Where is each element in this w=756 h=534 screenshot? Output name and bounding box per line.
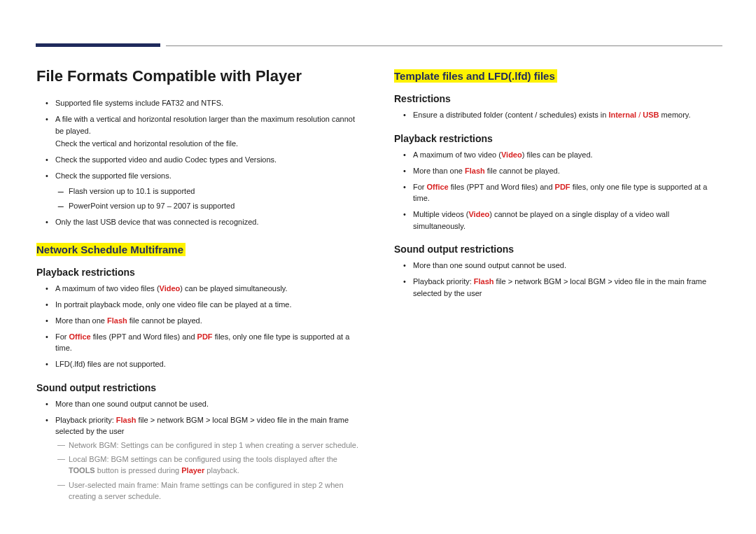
- header-accent-bar: [36, 43, 160, 47]
- right-restrictions-list: Ensure a distributed folder (content / s…: [394, 109, 722, 121]
- list-item: Ensure a distributed folder (content / s…: [403, 109, 722, 121]
- list-item: LFD(.lfd) files are not supported.: [46, 358, 365, 370]
- list-subitem: Flash version up to 10.1 is supported: [57, 185, 365, 197]
- list-item: More than one Flash file cannot be playe…: [403, 165, 722, 177]
- list-item: A maximum of two video files (Video) can…: [46, 283, 365, 295]
- list-item: More than one sound output cannot be use…: [403, 260, 722, 272]
- heading-restrictions: Restrictions: [394, 93, 722, 104]
- left-sound-list: More than one sound output cannot be use…: [36, 398, 365, 503]
- list-note: Local BGM: BGM settings can be configure…: [57, 454, 365, 477]
- heading-playback-left: Playback restrictions: [36, 267, 365, 278]
- heading-playback-right: Playback restrictions: [394, 133, 722, 144]
- list-item: For Office files (PPT and Word files) an…: [46, 331, 365, 354]
- column-left: File Formats Compatible with Player Supp…: [36, 67, 365, 514]
- heading-sound-right: Sound output restrictions: [394, 244, 722, 255]
- list-item: Playback priority: Flash file > network …: [46, 414, 365, 503]
- list-note: Network BGM: Settings can be configured …: [57, 440, 365, 451]
- intro-list: Supported file systems include FAT32 and…: [36, 97, 365, 228]
- list-item: A maximum of two video (Video) files can…: [403, 149, 722, 161]
- list-item: Multiple videos (Video) cannot be played…: [403, 209, 722, 232]
- list-item: A file with a vertical and horizontal re…: [46, 113, 365, 150]
- right-sound-list: More than one sound output cannot be use…: [394, 260, 722, 299]
- list-item: Only the last USB device that was connec…: [46, 216, 365, 228]
- header-divider: [166, 45, 722, 46]
- list-subitem: PowerPoint version up to 97 – 2007 is su…: [57, 200, 365, 212]
- column-right: Template files and LFD(.lfd) files Restr…: [394, 67, 722, 514]
- list-item: In portrait playback mode, only one vide…: [46, 299, 365, 311]
- left-playback-list: A maximum of two video files (Video) can…: [36, 283, 365, 370]
- section-network-heading: Network Schedule Multiframe: [36, 243, 186, 256]
- list-item: Playback priority: Flash file > network …: [403, 276, 722, 299]
- page-title: File Formats Compatible with Player: [36, 67, 365, 85]
- list-item: More than one Flash file cannot be playe…: [46, 315, 365, 327]
- list-note: User-selected main frame: Main frame set…: [57, 480, 365, 503]
- section-template-heading: Template files and LFD(.lfd) files: [394, 69, 557, 83]
- list-item: More than one sound output cannot be use…: [46, 398, 365, 410]
- list-item: Check the supported file versions.Flash …: [46, 170, 365, 212]
- list-item: For Office files (PPT and Word files) an…: [403, 181, 722, 204]
- heading-sound-left: Sound output restrictions: [36, 382, 365, 393]
- right-playback-list: A maximum of two video (Video) files can…: [394, 149, 722, 232]
- list-item: Check the supported video and audio Code…: [46, 154, 365, 166]
- list-item: Supported file systems include FAT32 and…: [46, 97, 365, 109]
